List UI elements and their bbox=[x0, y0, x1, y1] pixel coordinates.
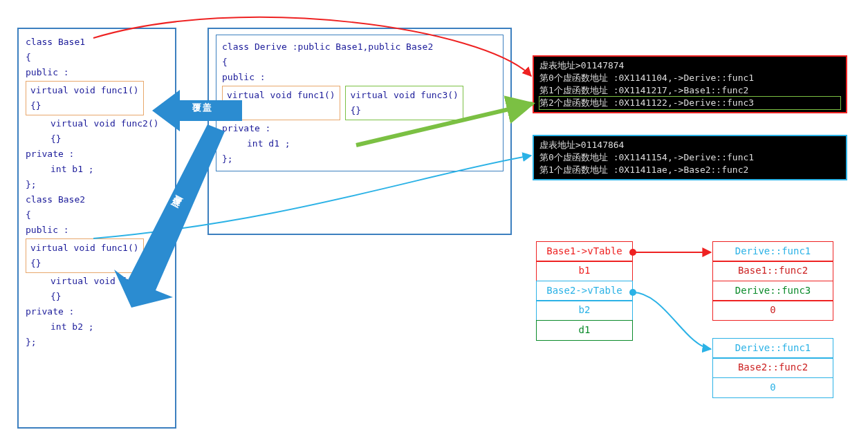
base-classes-code: class Base1 { public : virtual void func… bbox=[17, 28, 176, 429]
override-label-1: 覆盖 bbox=[192, 102, 213, 114]
vtable1: Derive::func1 Base1::func2 Derive::func3… bbox=[712, 242, 833, 321]
object-layout: Base1->vTable b1 Base2->vTable b2 d1 bbox=[536, 242, 633, 341]
code-line: class Base1 bbox=[26, 35, 168, 50]
console-func3-line: 第2个虚函数地址 :0X1141122,->Derive::func3 bbox=[539, 97, 840, 109]
vtable1-console: 虚表地址>01147874 第0个虚函数地址 :0X1141104,->Deri… bbox=[533, 55, 847, 113]
base2-func1: virtual void func1() {} bbox=[26, 238, 144, 273]
vtable2: Derive::func1 Base2::func2 0 bbox=[712, 339, 833, 398]
vtable-ptr-base2: Base2->vTable bbox=[536, 281, 633, 301]
vtable2-console: 虚表地址>01147864 第0个虚函数地址 :0X1141154,->Deri… bbox=[533, 135, 847, 180]
override-label-2: 覆盖 bbox=[176, 187, 189, 196]
base1-func1: virtual void func1() {} bbox=[26, 81, 144, 115]
derive-class-code: class Derive :public Base1,public Base2 … bbox=[207, 28, 512, 235]
vtable-ptr-base1: Base1->vTable bbox=[536, 241, 633, 262]
derive-func1: virtual void func1() {} bbox=[222, 86, 340, 120]
derive-func3: virtual void func3() {} bbox=[345, 86, 463, 120]
